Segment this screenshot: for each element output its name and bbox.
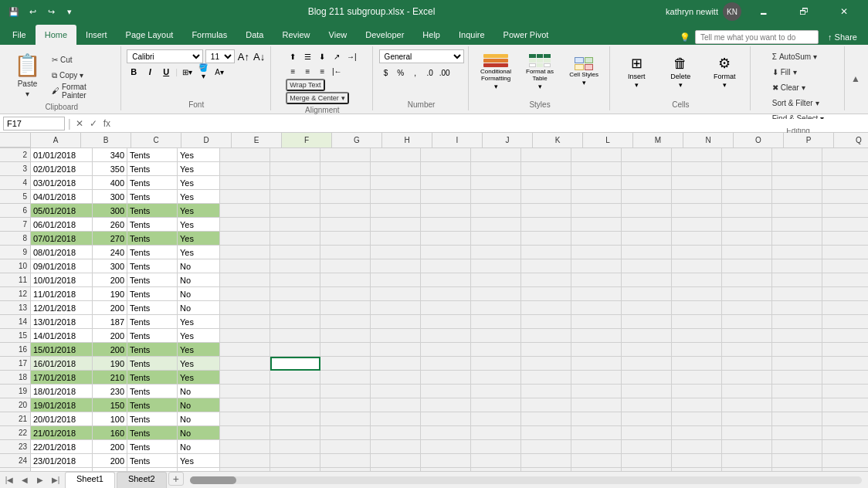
cell-j[interactable] bbox=[471, 329, 521, 343]
align-middle-btn[interactable]: ☰ bbox=[300, 49, 314, 63]
cell-h[interactable] bbox=[371, 190, 421, 204]
cell-k[interactable] bbox=[521, 412, 571, 426]
col-header-o[interactable]: O bbox=[734, 133, 784, 147]
save-qa-btn[interactable]: 💾 bbox=[6, 4, 22, 19]
cell-c[interactable]: Tents bbox=[127, 398, 178, 412]
row-number[interactable]: 21 bbox=[0, 412, 31, 426]
cell-i[interactable] bbox=[421, 273, 471, 287]
cell-j[interactable] bbox=[471, 454, 521, 468]
row-number[interactable]: 6 bbox=[0, 204, 31, 218]
cell-a[interactable]: 06/01/2018 bbox=[31, 218, 93, 232]
cell-j[interactable] bbox=[471, 426, 521, 440]
cell-o[interactable] bbox=[722, 273, 772, 287]
row-number[interactable]: 19 bbox=[0, 385, 31, 398]
cell-f[interactable] bbox=[270, 232, 320, 246]
cell-o[interactable] bbox=[722, 329, 772, 343]
cell-q[interactable] bbox=[822, 468, 868, 471]
cell-i[interactable] bbox=[421, 287, 471, 301]
cell-g[interactable] bbox=[320, 204, 371, 218]
cell-l[interactable] bbox=[571, 412, 622, 426]
cell-l[interactable] bbox=[571, 246, 622, 259]
font-size-select[interactable]: 11 bbox=[205, 49, 235, 63]
font-name-select[interactable]: Calibri bbox=[127, 49, 203, 63]
cell-f[interactable] bbox=[270, 259, 320, 273]
cell-g[interactable] bbox=[320, 343, 371, 357]
cell-g[interactable] bbox=[320, 218, 371, 232]
cell-d[interactable]: No bbox=[178, 287, 220, 301]
col-header-b[interactable]: B bbox=[81, 133, 131, 147]
cell-d[interactable]: Yes bbox=[178, 468, 220, 471]
cell-d[interactable]: No bbox=[178, 398, 220, 412]
increase-decimal-btn[interactable]: .0 bbox=[423, 66, 437, 80]
cell-g[interactable] bbox=[320, 176, 371, 190]
cell-p[interactable] bbox=[772, 176, 822, 190]
number-format-select[interactable]: General bbox=[379, 49, 464, 63]
cell-g[interactable] bbox=[320, 273, 371, 287]
cell-f[interactable] bbox=[270, 412, 320, 426]
cell-j[interactable] bbox=[471, 385, 521, 398]
cell-l[interactable] bbox=[571, 426, 622, 440]
format-painter-button[interactable]: 🖌 Format Painter bbox=[49, 84, 116, 98]
cell-q[interactable] bbox=[822, 232, 868, 246]
cell-n[interactable] bbox=[672, 148, 722, 162]
cell-l[interactable] bbox=[571, 315, 622, 329]
cell-g[interactable] bbox=[320, 426, 371, 440]
cell-q[interactable] bbox=[822, 287, 868, 301]
col-header-e[interactable]: E bbox=[232, 133, 282, 147]
percent-btn[interactable]: % bbox=[394, 66, 408, 80]
cell-e[interactable] bbox=[220, 204, 270, 218]
cell-k[interactable] bbox=[521, 301, 571, 315]
cell-j[interactable] bbox=[471, 412, 521, 426]
cell-q[interactable] bbox=[822, 454, 868, 468]
cell-m[interactable] bbox=[622, 162, 672, 176]
cell-e[interactable] bbox=[220, 315, 270, 329]
cancel-formula-btn[interactable]: ✕ bbox=[74, 117, 85, 130]
cell-o[interactable] bbox=[722, 426, 772, 440]
tab-home[interactable]: Home bbox=[36, 25, 76, 45]
cell-n[interactable] bbox=[672, 162, 722, 176]
cell-o[interactable] bbox=[722, 148, 772, 162]
cell-c[interactable]: Tents bbox=[127, 218, 178, 232]
cell-f[interactable] bbox=[270, 329, 320, 343]
sheet-tab-sheet1[interactable]: Sheet1 bbox=[65, 472, 115, 488]
cell-h[interactable] bbox=[371, 398, 421, 412]
cell-p[interactable] bbox=[772, 454, 822, 468]
undo-qa-btn[interactable]: ↩ bbox=[25, 4, 40, 19]
cell-n[interactable] bbox=[672, 246, 722, 259]
cell-e[interactable] bbox=[220, 176, 270, 190]
cell-o[interactable] bbox=[722, 468, 772, 471]
cell-i[interactable] bbox=[421, 440, 471, 454]
cell-d[interactable]: Yes bbox=[178, 162, 220, 176]
cell-m[interactable] bbox=[622, 371, 672, 385]
merge-center-btn[interactable]: Merge & Center ▾ bbox=[286, 92, 349, 104]
cell-q[interactable] bbox=[822, 246, 868, 259]
cell-b[interactable]: 300 bbox=[93, 204, 127, 218]
row-number[interactable]: 5 bbox=[0, 190, 31, 204]
tab-power-pivot[interactable]: Power Pivot bbox=[494, 25, 558, 45]
cell-c[interactable]: Tents bbox=[127, 426, 178, 440]
cell-i[interactable] bbox=[421, 246, 471, 259]
row-number[interactable]: 9 bbox=[0, 246, 31, 259]
cell-e[interactable] bbox=[220, 162, 270, 176]
tab-insert[interactable]: Insert bbox=[76, 25, 117, 45]
cell-h[interactable] bbox=[371, 246, 421, 259]
cell-l[interactable] bbox=[571, 468, 622, 471]
cell-l[interactable] bbox=[571, 148, 622, 162]
row-number[interactable]: 16 bbox=[0, 343, 31, 357]
cell-o[interactable] bbox=[722, 357, 772, 371]
cell-f[interactable] bbox=[270, 426, 320, 440]
formula-input[interactable] bbox=[115, 119, 865, 128]
cell-f[interactable] bbox=[270, 148, 320, 162]
col-header-d[interactable]: D bbox=[181, 133, 232, 147]
cell-k[interactable] bbox=[521, 385, 571, 398]
cell-j[interactable] bbox=[471, 287, 521, 301]
cell-a[interactable]: 14/01/2018 bbox=[31, 329, 93, 343]
cell-d[interactable]: Yes bbox=[178, 190, 220, 204]
cell-i[interactable] bbox=[421, 315, 471, 329]
collapse-ribbon-btn[interactable]: ▲ bbox=[851, 73, 862, 84]
border-button[interactable]: ⊞▾ bbox=[180, 65, 194, 79]
cell-n[interactable] bbox=[672, 273, 722, 287]
cell-j[interactable] bbox=[471, 232, 521, 246]
cell-h[interactable] bbox=[371, 440, 421, 454]
cell-g[interactable] bbox=[320, 246, 371, 259]
